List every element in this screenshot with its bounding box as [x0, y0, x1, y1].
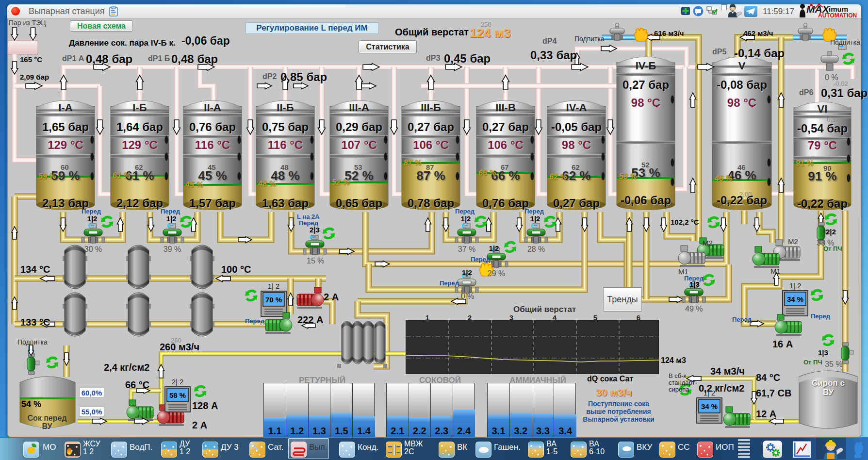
svg-text:AUTOMATION: AUTOMATION: [818, 12, 857, 18]
